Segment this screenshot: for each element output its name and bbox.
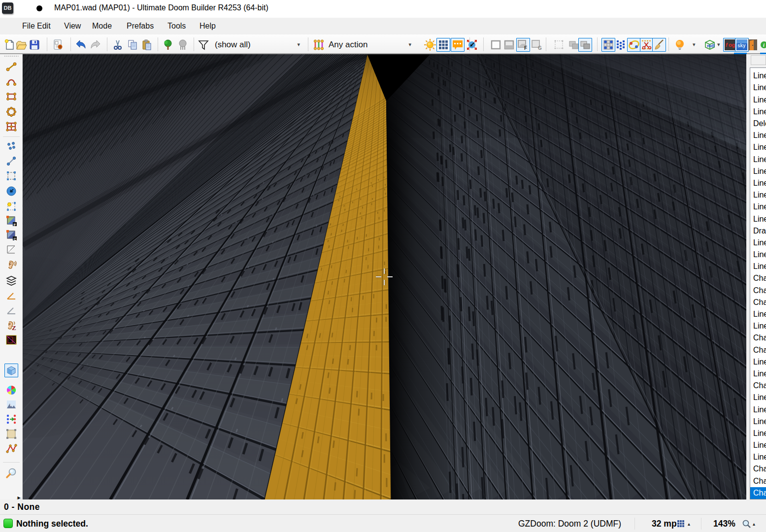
svg-text:og: og [729, 42, 735, 48]
svg-text:F: F [14, 223, 16, 227]
svg-text:sky: sky [737, 43, 746, 48]
svg-text:F: F [8, 322, 11, 327]
svg-text:mdl: mdl [707, 43, 715, 48]
svg-text:G: G [538, 45, 542, 51]
svg-text:C: C [14, 237, 17, 241]
svg-text:F: F [9, 262, 12, 266]
svg-text:Z: Z [12, 324, 16, 331]
svg-text:F: F [524, 45, 527, 51]
